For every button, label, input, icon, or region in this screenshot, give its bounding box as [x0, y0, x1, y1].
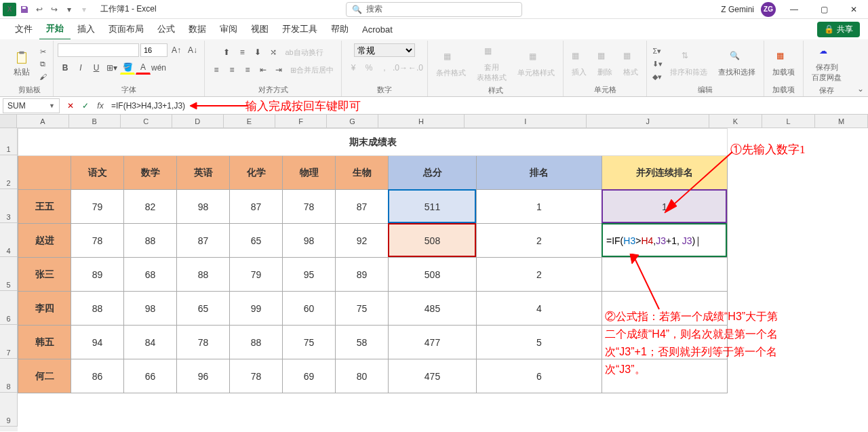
clear-icon[interactable]: ◆▾ [651, 72, 663, 83]
percent-icon[interactable]: % [361, 61, 376, 75]
cells-area[interactable]: 期末成绩表语文数学英语化学物理生物总分排名并列连续排名王五79829887788… [18, 128, 868, 431]
tab-layout[interactable]: 页面布局 [102, 19, 151, 39]
grow-font-icon[interactable]: A↑ [169, 43, 184, 57]
fill-color-button[interactable]: 🪣 [120, 61, 135, 75]
align-left-icon[interactable]: ≡ [209, 63, 224, 77]
row-header-3[interactable]: 3 [0, 189, 18, 223]
delete-cells-button[interactable]: ▦删除 [593, 48, 616, 80]
tab-formulas[interactable]: 公式 [151, 19, 182, 39]
border-button[interactable]: ⊞▾ [104, 61, 119, 75]
row-header-4[interactable]: 4 [0, 223, 18, 257]
tab-view[interactable]: 视图 [244, 19, 275, 39]
row-headers: 123456789 [0, 128, 18, 431]
maximize-button[interactable]: ▢ [812, 0, 835, 19]
col-header-F[interactable]: F [275, 115, 327, 127]
user-avatar[interactable]: ZG [761, 2, 776, 17]
phonetic-button[interactable]: wén [151, 61, 166, 75]
wrap-text-button[interactable]: ab 自动换行 [281, 45, 326, 59]
align-bottom-icon[interactable]: ⬇ [250, 45, 265, 59]
comma-icon[interactable]: , [377, 61, 392, 75]
align-top-icon[interactable]: ⬆ [219, 45, 234, 59]
row-header-1[interactable]: 1 [0, 128, 18, 155]
format-painter-icon[interactable]: 🖌 [37, 71, 49, 82]
conditional-format-button[interactable]: ▦条件格式 [432, 49, 470, 81]
find-select-button[interactable]: 🔍查找和选择 [714, 48, 760, 80]
tab-dev[interactable]: 开发工具 [275, 19, 324, 39]
group-number: 常规 ¥ % , .0→ ←.0 数字 [342, 41, 428, 96]
font-size-input[interactable] [140, 43, 167, 57]
tab-data[interactable]: 数据 [182, 19, 213, 39]
format-cells-button[interactable]: ▦格式 [619, 48, 642, 80]
row-header-5[interactable]: 5 [0, 257, 18, 291]
tab-file[interactable]: 文件 [8, 19, 39, 39]
redo-icon[interactable]: ↪ [47, 3, 61, 16]
qat-more-icon[interactable]: ▾ [62, 3, 76, 16]
font-color-button[interactable]: A [136, 61, 151, 75]
tab-acrobat[interactable]: Acrobat [355, 20, 399, 39]
indent-inc-icon[interactable]: ⇥ [271, 63, 286, 77]
col-header-K[interactable]: K [709, 115, 762, 127]
ribbon: 粘贴 ✂ ⧉ 🖌 剪贴板 A↑ A↓ B I U ⊞▾ 🪣 [0, 39, 868, 97]
addins-button[interactable]: ▦加载项 [768, 48, 799, 80]
insert-cells-button[interactable]: ▦插入 [568, 48, 591, 80]
col-header-H[interactable]: H [378, 115, 465, 127]
fx-icon[interactable]: fx [94, 99, 107, 113]
save-icon[interactable] [18, 3, 31, 16]
font-name-input[interactable] [58, 43, 139, 57]
row-header-9[interactable]: 9 [0, 393, 18, 427]
underline-button[interactable]: U [89, 61, 104, 75]
undo-icon[interactable]: ↩ [33, 3, 46, 16]
align-middle-icon[interactable]: ≡ [235, 45, 250, 59]
select-all-corner[interactable] [0, 115, 17, 127]
tab-help[interactable]: 帮助 [324, 19, 355, 39]
search-box[interactable]: 🔍 搜索 [346, 2, 522, 17]
col-header-A[interactable]: A [17, 115, 68, 127]
col-header-B[interactable]: B [69, 115, 121, 127]
sort-filter-button[interactable]: ⇅排序和筛选 [666, 48, 711, 80]
col-header-D[interactable]: D [172, 115, 224, 127]
row-header-2[interactable]: 2 [0, 155, 18, 189]
dec-decimal-icon[interactable]: ←.0 [408, 61, 423, 75]
row-header-8[interactable]: 8 [0, 359, 18, 393]
col-header-G[interactable]: G [327, 115, 378, 127]
format-table-button[interactable]: ▦套用 表格格式 [473, 43, 511, 85]
autosum-icon[interactable]: Σ▾ [651, 46, 663, 57]
tab-insert[interactable]: 插入 [71, 19, 102, 39]
merge-button[interactable]: ⊞ 合并后居中 [287, 63, 337, 77]
formula-input[interactable] [107, 98, 868, 113]
fill-icon[interactable]: ⬇▾ [651, 59, 663, 70]
col-header-C[interactable]: C [121, 115, 172, 127]
row-header-7[interactable]: 7 [0, 325, 18, 359]
save-baidu-button[interactable]: ☁保存到 百度网盘 [808, 43, 846, 85]
name-box[interactable]: SUM▼ [3, 98, 60, 113]
minimize-button[interactable]: — [783, 0, 806, 19]
col-header-I[interactable]: I [465, 115, 587, 127]
row-header-6[interactable]: 6 [0, 291, 18, 325]
tab-home[interactable]: 开始 [39, 18, 71, 40]
tab-review[interactable]: 审阅 [213, 19, 244, 39]
cell-styles-button[interactable]: ▦单元格样式 [513, 49, 559, 81]
currency-icon[interactable]: ¥ [346, 61, 361, 75]
copy-icon[interactable]: ⧉ [37, 59, 49, 70]
cut-icon[interactable]: ✂ [37, 47, 49, 58]
shrink-font-icon[interactable]: A↓ [185, 43, 200, 57]
col-header-E[interactable]: E [224, 115, 275, 127]
orientation-icon[interactable]: ⤭ [266, 45, 281, 59]
col-header-L[interactable]: L [762, 115, 815, 127]
bold-button[interactable]: B [58, 61, 73, 75]
share-button[interactable]: 🔒 共享 [817, 22, 860, 37]
collapse-ribbon-icon[interactable]: ⌄ [857, 84, 864, 94]
align-center-icon[interactable]: ≡ [224, 63, 239, 77]
inc-decimal-icon[interactable]: .0→ [393, 61, 408, 75]
indent-dec-icon[interactable]: ⇤ [256, 63, 271, 77]
number-format-select[interactable]: 常规 [354, 43, 415, 57]
paste-button[interactable]: 粘贴 [9, 47, 34, 81]
italic-button[interactable]: I [73, 61, 88, 75]
cancel-formula-icon[interactable]: ✕ [64, 99, 77, 113]
col-header-M[interactable]: M [815, 115, 868, 127]
user-name[interactable]: Z Gemini [721, 5, 754, 14]
align-right-icon[interactable]: ≡ [240, 63, 255, 77]
close-button[interactable]: ✕ [842, 0, 865, 19]
enter-formula-icon[interactable]: ✓ [79, 99, 92, 113]
col-header-J[interactable]: J [587, 115, 709, 127]
